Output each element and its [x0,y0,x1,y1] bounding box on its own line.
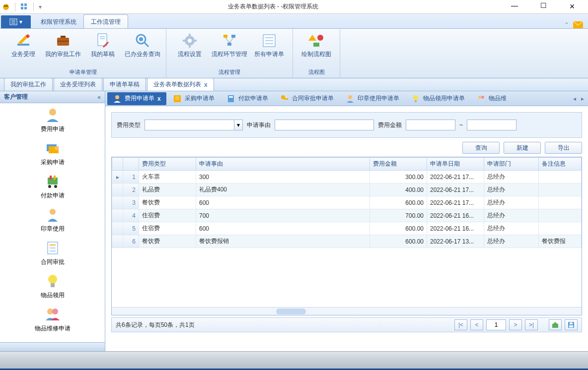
table-row[interactable]: 4 住宿费 700 700.00 2022-06-21 16... 总经办 [112,209,582,222]
sidebar-item-expense[interactable]: 费用申请 [41,107,65,133]
sidebar-item-seal[interactable]: 印章使用 [41,207,65,233]
table-row[interactable]: 5 住宿费 600 600.00 2022-06-21 16... 总经办 [112,222,582,235]
filter-reason-input[interactable] [275,120,374,130]
sidebar-item-payment[interactable]: 付款申请 [41,174,65,200]
new-button[interactable]: 新建 [504,142,541,154]
tab-permission-system[interactable]: 权限管理系统 [34,15,83,28]
subtab-purchase[interactable]: 采购申请单 [167,92,220,105]
svg-rect-60 [174,95,181,102]
subtabs-scroll-left-icon[interactable]: ◂ [571,95,578,102]
svg-rect-5 [21,7,23,9]
subtab-expense[interactable]: 费用申请单 x [107,92,166,105]
ribbon-done-query[interactable]: 已办业务查询 [123,31,162,65]
doctab-form-data-list[interactable]: 业务表单数据列表x [147,78,214,91]
ribbon-my-drafts[interactable]: 我的草稿 [83,31,122,65]
filter-type-input[interactable] [145,120,234,130]
ribbon-all-requests[interactable]: 所有申请单 [250,31,289,65]
table-row[interactable]: 3 餐饮费 600 600.00 2022-06-21 17... 总经办 [112,196,582,209]
pager-prev-button[interactable]: < [470,319,483,330]
pager-export-button[interactable] [549,319,562,330]
sidebar-item-purchase[interactable]: 采购申请 [41,140,65,167]
pager-next-button[interactable]: > [509,319,522,330]
subtab-seal[interactable]: 印章使用申请单 [340,92,405,105]
filter-reason-label: 申请事由 [247,121,271,129]
filter-amount-from[interactable] [406,120,455,130]
gear-icon [182,33,198,49]
window-title: 业务表单数据列表 - -权限管理系统 [42,2,505,11]
ribbon-my-approvals[interactable]: 我的审批工作 [44,31,82,65]
th-reason[interactable]: 申请事由 [196,158,370,171]
th-date[interactable]: 申请单日期 [427,158,484,171]
svg-rect-4 [24,3,27,6]
svg-line-33 [229,38,233,43]
pager-save-button[interactable] [565,319,578,330]
key-icon [280,94,289,103]
table-row[interactable]: ▸ 1 火车票 300 300.00 2022-06-21 17... 总经办 [112,171,582,184]
subtab-repair[interactable]: 物品维 [471,92,512,105]
sidebar-collapse-icon[interactable]: « [97,94,101,101]
table-row[interactable]: 2 礼品费 礼品费400 400.00 2022-06-21 17... 总经办 [112,184,582,196]
svg-point-41 [49,109,56,116]
subtab-close-icon[interactable]: x [157,95,161,102]
grid-icon[interactable] [20,3,28,11]
pager-page-input[interactable] [486,319,506,330]
query-button[interactable]: 查询 [462,142,500,154]
filter-type-combo[interactable]: ▾ [145,120,243,130]
svg-rect-15 [61,36,66,38]
svg-point-44 [55,146,59,150]
th-amount[interactable]: 费用金额 [370,158,427,171]
horizontal-scrollbar[interactable] [112,307,582,315]
filter-amount-to[interactable] [467,120,516,130]
ribbon-business-accept[interactable]: 业务受理 [4,31,43,65]
tab-workflow-mgmt[interactable]: 工作流管理 [83,14,128,28]
file-menu-button[interactable]: ▾ [1,15,31,28]
close-button[interactable]: × [562,1,582,12]
collapse-ribbon-icon[interactable]: ⌃ [564,21,569,28]
ribbon-process-nodes[interactable]: 流程环节管理 [210,31,249,65]
svg-point-21 [139,37,143,41]
sidebar-item-contract[interactable]: 合同审批 [41,240,65,266]
app-icon [2,3,10,11]
ribbon-draw-flowchart[interactable]: 绘制流程图 [297,31,336,65]
doctab-accept-list[interactable]: 业务受理列表 [54,78,102,91]
close-tab-icon[interactable]: x [204,81,208,88]
filter-bar: 费用类型 ▾ 申请事由 费用金额 ~ [111,112,582,138]
pager-first-button[interactable]: |< [454,319,467,330]
mail-icon[interactable] [573,21,583,28]
filter-type-dropdown-icon[interactable]: ▾ [234,120,243,130]
minimize-button[interactable]: — [505,1,524,12]
svg-line-32 [225,38,229,43]
doc-blue-icon [226,94,235,103]
bulb-sm-icon [411,94,420,103]
doctab-approvals[interactable]: 我的审批工作 [4,78,53,91]
subtab-payment[interactable]: 付款申请单 [221,92,274,105]
person-blue-icon [346,94,355,103]
pager: 共6条记录，每页50条，共1页 |< < > >| [111,317,582,332]
maximize-button[interactable]: ☐ [533,1,553,12]
table-row[interactable]: 6 餐饮费 餐饮费报销 600.00 2022-06-17 13... 总经办 … [112,235,582,248]
th-type[interactable]: 费用类型 [139,158,196,171]
svg-point-58 [52,308,58,314]
svg-rect-72 [552,324,558,328]
pager-last-button[interactable]: >| [525,319,538,330]
ribbon-process-settings[interactable]: 流程设置 [170,31,209,65]
svg-rect-56 [51,283,55,287]
subtab-contract[interactable]: 合同审批申请单 [275,92,339,105]
user-icon [45,107,61,123]
shapes-icon [308,33,324,49]
subtabs-scroll-right-icon[interactable]: ▸ [579,95,586,102]
sidebar-item-repair[interactable]: 物品维修申请 ▾ [35,307,71,333]
doctab-drafts[interactable]: 申请单草稿 [103,78,146,91]
sidebar-scrollbar[interactable] [0,342,105,351]
sidebar-item-goods[interactable]: 物品领用 [41,273,65,300]
svg-rect-40 [313,43,319,47]
svg-point-46 [48,185,51,188]
document-tabs: 我的审批工作 业务受理列表 申请单草稿 业务表单数据列表x [0,78,588,91]
subtab-goods[interactable]: 物品领用申请单 [406,92,470,105]
bulb-icon [45,273,61,289]
doc-pen-icon [95,33,111,49]
th-remark[interactable]: 备注信息 [539,158,582,171]
svg-rect-45 [48,178,58,185]
export-button[interactable]: 导出 [545,142,582,154]
th-dept[interactable]: 申请部门 [484,158,539,171]
